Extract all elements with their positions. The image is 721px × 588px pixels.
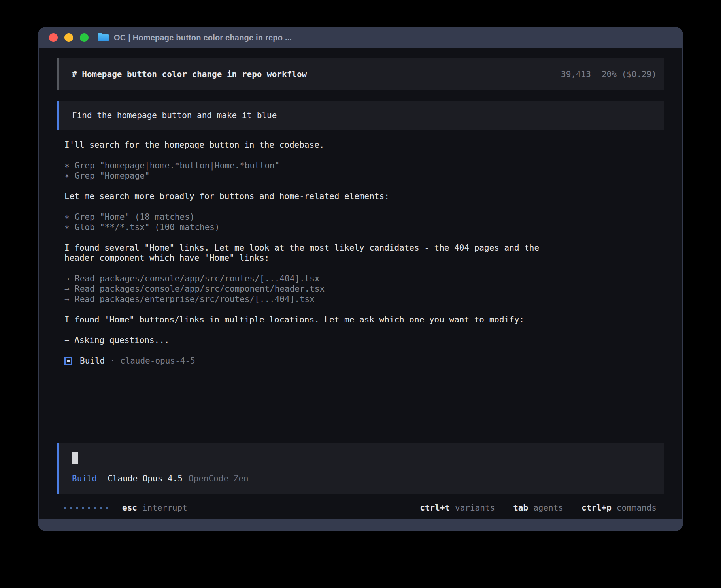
hint-label: interrupt: [142, 503, 187, 513]
arrow-right-icon: →: [64, 294, 75, 304]
tool-call-group: ∗ Grep "homepage|home.*button|Home.*butt…: [64, 160, 657, 181]
traffic-lights: [49, 33, 89, 42]
tool-call-group: → Read packages/console/app/src/routes/[…: [64, 273, 657, 304]
model-label[interactable]: Claude Opus 4.5: [108, 473, 183, 484]
session-title: # Homepage button color change in repo w…: [72, 69, 307, 79]
assistant-response: I'll search for the homepage button in t…: [64, 130, 657, 366]
hint-label: agents: [533, 503, 563, 513]
text-cursor: [72, 452, 78, 464]
hint-variants[interactable]: ctrl+t variants: [420, 503, 495, 513]
session-stats: 39,413 20% ($0.29): [561, 69, 657, 79]
progress-dots-icon: [64, 507, 108, 509]
assistant-paragraph: Let me search more broadly for buttons a…: [64, 191, 566, 202]
tool-call-read: → Read packages/console/app/src/componen…: [64, 284, 657, 294]
tool-call-grep: ∗ Grep "homepage|home.*button|Home.*butt…: [64, 160, 657, 171]
tool-call-text: Read packages/enterprise/src/routes/[...…: [75, 294, 315, 304]
key-ctrl-p: ctrl+p: [581, 503, 612, 513]
tool-call-text: Grep "Homepage": [75, 171, 150, 181]
asterisk-icon: ∗: [64, 212, 75, 222]
key-esc: esc: [122, 503, 137, 513]
provider-label: OpenCode Zen: [189, 473, 249, 484]
terminal-content: # Homepage button color change in repo w…: [39, 48, 682, 519]
zoom-button[interactable]: [80, 33, 89, 42]
assistant-paragraph: I found several "Home" links. Let me loo…: [64, 243, 566, 263]
shortcut-hints: ctrl+t variants tab agents ctrl+p comman…: [420, 503, 657, 513]
token-count: 39,413: [561, 69, 591, 79]
tool-call-text: Glob "**/*.tsx" (100 matches): [75, 222, 220, 232]
prompt-input[interactable]: Build Claude Opus 4.5 OpenCode Zen: [57, 443, 664, 494]
tool-call-text: Grep "homepage|home.*button|Home.*button…: [75, 160, 279, 171]
hint-interrupt[interactable]: esc interrupt: [122, 503, 187, 513]
working-status: ~ Asking questions...: [64, 335, 657, 345]
agent-build-icon: [64, 357, 72, 365]
dot-separator: ·: [110, 356, 115, 366]
tool-call-text: Read packages/console/app/src/component/…: [75, 284, 325, 294]
context-usage: 20% ($0.29): [602, 69, 657, 79]
hint-label: variants: [455, 503, 495, 513]
tool-call-grep: ∗ Grep "Homepage": [64, 171, 657, 181]
tool-call-text: Read packages/console/app/src/routes/[..…: [75, 273, 320, 284]
tool-call-group: ∗ Grep "Home" (18 matches) ∗ Glob "**/*.…: [64, 212, 657, 232]
arrow-right-icon: →: [64, 284, 75, 294]
agent-status-row: Build · claude-opus-4-5: [64, 356, 657, 366]
tool-call-grep: ∗ Grep "Home" (18 matches): [64, 212, 657, 222]
tool-call-read: → Read packages/enterprise/src/routes/[.…: [64, 294, 657, 304]
close-button[interactable]: [49, 33, 58, 42]
input-meta-row: Build Claude Opus 4.5 OpenCode Zen: [72, 473, 664, 484]
tool-call-read: → Read packages/console/app/src/routes/[…: [64, 273, 657, 284]
titlebar[interactable]: OC | Homepage button color change in rep…: [39, 27, 682, 48]
key-ctrl-t: ctrl+t: [420, 503, 450, 513]
asterisk-icon: ∗: [64, 222, 75, 232]
agent-model: claude-opus-4-5: [120, 356, 195, 366]
asterisk-icon: ∗: [64, 171, 75, 181]
agent-name: Build: [80, 356, 105, 366]
minimize-button[interactable]: [64, 33, 73, 42]
user-message-text: Find the homepage button and make it blu…: [72, 110, 277, 121]
hint-commands[interactable]: ctrl+p commands: [581, 503, 657, 513]
hint-agents[interactable]: tab agents: [513, 503, 563, 513]
mode-label[interactable]: Build: [72, 473, 97, 484]
key-tab: tab: [513, 503, 528, 513]
tool-call-glob: ∗ Glob "**/*.tsx" (100 matches): [64, 222, 657, 232]
footer-bar: esc interrupt ctrl+t variants tab agents…: [64, 503, 657, 513]
tool-call-text: Grep "Home" (18 matches): [75, 212, 194, 222]
session-header: # Homepage button color change in repo w…: [57, 58, 664, 90]
assistant-paragraph: I'll search for the homepage button in t…: [64, 140, 566, 150]
arrow-right-icon: →: [64, 273, 75, 284]
folder-icon: [98, 34, 109, 41]
asterisk-icon: ∗: [64, 160, 75, 171]
user-message: Find the homepage button and make it blu…: [57, 101, 664, 130]
window-title: OC | Homepage button color change in rep…: [114, 33, 292, 42]
terminal-window: OC | Homepage button color change in rep…: [38, 27, 683, 531]
assistant-paragraph: I found "Home" buttons/links in multiple…: [64, 315, 566, 325]
hint-label: commands: [617, 503, 657, 513]
